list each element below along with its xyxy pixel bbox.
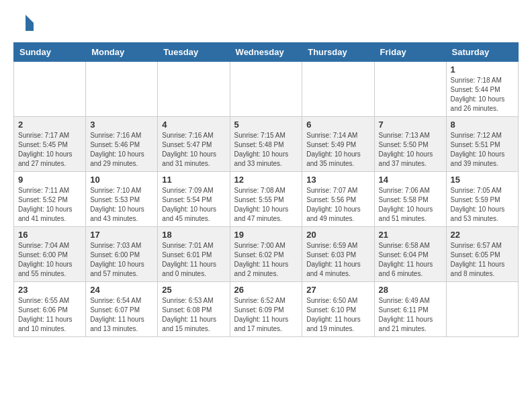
calendar-week-5: 23Sunrise: 6:55 AM Sunset: 6:06 PM Dayli… — [14, 281, 519, 336]
day-info: Sunrise: 6:52 AM Sunset: 6:09 PM Dayligh… — [234, 296, 298, 334]
day-info: Sunrise: 7:06 AM Sunset: 5:58 PM Dayligh… — [379, 186, 442, 224]
day-number: 8 — [451, 120, 514, 130]
day-number: 10 — [90, 175, 153, 185]
calendar-cell — [158, 61, 230, 116]
weekday-header-row: SundayMondayTuesdayWednesdayThursdayFrid… — [14, 42, 519, 61]
day-number: 16 — [18, 230, 81, 240]
calendar-cell: 16Sunrise: 7:04 AM Sunset: 6:00 PM Dayli… — [14, 226, 86, 281]
calendar-cell: 10Sunrise: 7:10 AM Sunset: 5:53 PM Dayli… — [86, 171, 158, 226]
day-number: 25 — [162, 285, 225, 295]
day-info: Sunrise: 7:00 AM Sunset: 6:02 PM Dayligh… — [234, 241, 298, 279]
calendar-cell: 7Sunrise: 7:13 AM Sunset: 5:50 PM Daylig… — [374, 116, 446, 171]
day-number: 27 — [306, 285, 369, 295]
day-number: 24 — [90, 285, 153, 295]
calendar-cell: 8Sunrise: 7:12 AM Sunset: 5:51 PM Daylig… — [446, 116, 518, 171]
calendar-week-4: 16Sunrise: 7:04 AM Sunset: 6:00 PM Dayli… — [14, 226, 519, 281]
weekday-header-sunday: Sunday — [14, 42, 86, 61]
calendar-cell — [230, 61, 302, 116]
day-info: Sunrise: 7:12 AM Sunset: 5:51 PM Dayligh… — [451, 131, 514, 169]
day-number: 18 — [162, 230, 225, 240]
day-number: 11 — [162, 175, 225, 185]
svg-marker-1 — [26, 23, 34, 31]
day-number: 23 — [18, 285, 81, 295]
day-info: Sunrise: 7:05 AM Sunset: 5:59 PM Dayligh… — [451, 186, 514, 224]
day-info: Sunrise: 7:04 AM Sunset: 6:00 PM Dayligh… — [18, 241, 81, 279]
day-number: 5 — [234, 120, 298, 130]
day-info: Sunrise: 6:55 AM Sunset: 6:06 PM Dayligh… — [18, 296, 81, 334]
day-info: Sunrise: 7:16 AM Sunset: 5:46 PM Dayligh… — [90, 131, 153, 169]
logo-icon — [16, 13, 35, 32]
day-number: 28 — [379, 285, 442, 295]
calendar-cell: 19Sunrise: 7:00 AM Sunset: 6:02 PM Dayli… — [230, 226, 302, 281]
day-info: Sunrise: 6:49 AM Sunset: 6:11 PM Dayligh… — [379, 296, 442, 334]
day-info: Sunrise: 7:01 AM Sunset: 6:01 PM Dayligh… — [162, 241, 225, 279]
day-info: Sunrise: 7:10 AM Sunset: 5:53 PM Dayligh… — [90, 186, 153, 224]
day-info: Sunrise: 7:15 AM Sunset: 5:48 PM Dayligh… — [234, 131, 298, 169]
calendar-cell: 11Sunrise: 7:09 AM Sunset: 5:54 PM Dayli… — [158, 171, 230, 226]
day-number: 7 — [379, 120, 442, 130]
day-number: 2 — [18, 120, 81, 130]
calendar-cell: 3Sunrise: 7:16 AM Sunset: 5:46 PM Daylig… — [86, 116, 158, 171]
logo — [13, 13, 35, 36]
day-number: 15 — [451, 175, 514, 185]
calendar-cell: 2Sunrise: 7:17 AM Sunset: 5:45 PM Daylig… — [14, 116, 86, 171]
calendar-cell: 21Sunrise: 6:58 AM Sunset: 6:04 PM Dayli… — [374, 226, 446, 281]
calendar-cell: 24Sunrise: 6:54 AM Sunset: 6:07 PM Dayli… — [86, 281, 158, 336]
weekday-header-friday: Friday — [374, 42, 446, 61]
weekday-header-wednesday: Wednesday — [230, 42, 302, 61]
weekday-header-thursday: Thursday — [302, 42, 374, 61]
day-number: 12 — [234, 175, 298, 185]
day-number: 20 — [306, 230, 369, 240]
day-info: Sunrise: 7:16 AM Sunset: 5:47 PM Dayligh… — [162, 131, 225, 169]
day-info: Sunrise: 7:18 AM Sunset: 5:44 PM Dayligh… — [451, 76, 514, 113]
page-header — [13, 13, 519, 36]
calendar-cell: 4Sunrise: 7:16 AM Sunset: 5:47 PM Daylig… — [158, 116, 230, 171]
calendar-week-1: 1Sunrise: 7:18 AM Sunset: 5:44 PM Daylig… — [14, 61, 519, 116]
calendar-cell — [374, 61, 446, 116]
calendar-cell: 6Sunrise: 7:14 AM Sunset: 5:49 PM Daylig… — [302, 116, 374, 171]
calendar-cell: 12Sunrise: 7:08 AM Sunset: 5:55 PM Dayli… — [230, 171, 302, 226]
day-number: 21 — [379, 230, 442, 240]
calendar-cell: 5Sunrise: 7:15 AM Sunset: 5:48 PM Daylig… — [230, 116, 302, 171]
day-info: Sunrise: 7:07 AM Sunset: 5:56 PM Dayligh… — [306, 186, 369, 224]
calendar-cell: 17Sunrise: 7:03 AM Sunset: 6:00 PM Dayli… — [86, 226, 158, 281]
calendar-cell: 9Sunrise: 7:11 AM Sunset: 5:52 PM Daylig… — [14, 171, 86, 226]
day-number: 13 — [306, 175, 369, 185]
day-info: Sunrise: 6:53 AM Sunset: 6:08 PM Dayligh… — [162, 296, 225, 334]
day-number: 6 — [306, 120, 369, 130]
day-info: Sunrise: 7:11 AM Sunset: 5:52 PM Dayligh… — [18, 186, 81, 224]
calendar-cell: 26Sunrise: 6:52 AM Sunset: 6:09 PM Dayli… — [230, 281, 302, 336]
calendar-cell: 18Sunrise: 7:01 AM Sunset: 6:01 PM Dayli… — [158, 226, 230, 281]
calendar-cell — [86, 61, 158, 116]
calendar-week-3: 9Sunrise: 7:11 AM Sunset: 5:52 PM Daylig… — [14, 171, 519, 226]
calendar-week-2: 2Sunrise: 7:17 AM Sunset: 5:45 PM Daylig… — [14, 116, 519, 171]
svg-marker-0 — [26, 15, 34, 23]
weekday-header-tuesday: Tuesday — [158, 42, 230, 61]
calendar-cell: 23Sunrise: 6:55 AM Sunset: 6:06 PM Dayli… — [14, 281, 86, 336]
calendar-cell — [446, 281, 518, 336]
day-info: Sunrise: 6:57 AM Sunset: 6:05 PM Dayligh… — [451, 241, 514, 279]
weekday-header-saturday: Saturday — [446, 42, 518, 61]
calendar-table: SundayMondayTuesdayWednesdayThursdayFrid… — [13, 42, 519, 337]
day-info: Sunrise: 7:14 AM Sunset: 5:49 PM Dayligh… — [306, 131, 369, 169]
day-number: 17 — [90, 230, 153, 240]
calendar-cell: 15Sunrise: 7:05 AM Sunset: 5:59 PM Dayli… — [446, 171, 518, 226]
calendar-cell: 13Sunrise: 7:07 AM Sunset: 5:56 PM Dayli… — [302, 171, 374, 226]
day-info: Sunrise: 7:13 AM Sunset: 5:50 PM Dayligh… — [379, 131, 442, 169]
calendar-cell: 27Sunrise: 6:50 AM Sunset: 6:10 PM Dayli… — [302, 281, 374, 336]
day-info: Sunrise: 6:54 AM Sunset: 6:07 PM Dayligh… — [90, 296, 153, 334]
day-number: 4 — [162, 120, 225, 130]
day-info: Sunrise: 6:59 AM Sunset: 6:03 PM Dayligh… — [306, 241, 369, 279]
calendar-cell: 1Sunrise: 7:18 AM Sunset: 5:44 PM Daylig… — [446, 61, 518, 116]
day-info: Sunrise: 7:08 AM Sunset: 5:55 PM Dayligh… — [234, 186, 298, 224]
day-info: Sunrise: 7:09 AM Sunset: 5:54 PM Dayligh… — [162, 186, 225, 224]
day-number: 9 — [18, 175, 81, 185]
calendar-cell — [14, 61, 86, 116]
day-number: 1 — [451, 64, 514, 75]
calendar-cell: 25Sunrise: 6:53 AM Sunset: 6:08 PM Dayli… — [158, 281, 230, 336]
day-number: 14 — [379, 175, 442, 185]
calendar-cell: 14Sunrise: 7:06 AM Sunset: 5:58 PM Dayli… — [374, 171, 446, 226]
calendar-cell: 22Sunrise: 6:57 AM Sunset: 6:05 PM Dayli… — [446, 226, 518, 281]
day-info: Sunrise: 7:03 AM Sunset: 6:00 PM Dayligh… — [90, 241, 153, 279]
day-number: 19 — [234, 230, 298, 240]
